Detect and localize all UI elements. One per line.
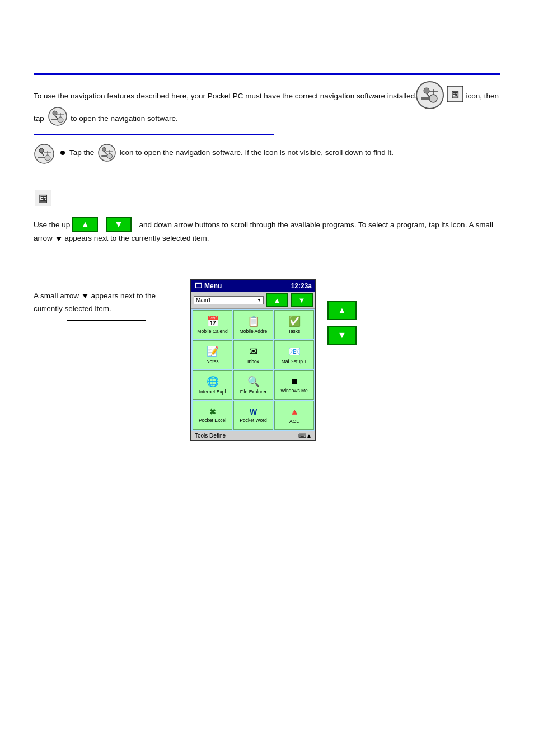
pda-label-mobile-address: Mobile Addre — [240, 328, 268, 334]
pda-dropdown[interactable]: Main1 ▼ — [194, 296, 264, 304]
pda-label-tasks: Tasks — [288, 328, 301, 334]
pointer-line — [67, 320, 146, 321]
pda-icon-pocket-word: W — [250, 407, 257, 416]
svg-text:国: 国 — [451, 91, 459, 99]
pda-titlebar-left: 🗔 Menu — [195, 281, 222, 290]
annotation-text: A small arrow appears next to the curren… — [34, 290, 185, 316]
pda-cell-tasks[interactable]: ✅ Tasks — [274, 310, 314, 339]
satellite-icon-inline-1 — [48, 106, 68, 131]
pda-label-mail-setup: Mai Setup T — [282, 359, 307, 364]
pda-screen: 🗔 Menu 12:23a Main1 ▼ 📅 Mobile Ca — [190, 279, 316, 441]
svg-point-24 — [102, 147, 106, 151]
pda-dropdown-value: Main1 — [196, 297, 211, 303]
svg-point-1 — [424, 88, 429, 93]
down-arrow-button[interactable] — [106, 217, 132, 232]
left-annotation: A small arrow appears next to the curren… — [34, 290, 185, 321]
pda-grid: 📅 Mobile Calend 📋 Mobile Addre ✅ Tasks 📝… — [191, 309, 315, 431]
pda-down-button[interactable] — [291, 293, 313, 307]
pda-toolbar: Main1 ▼ — [191, 292, 315, 309]
svg-point-27 — [107, 153, 113, 158]
pda-titlebar: 🗔 Menu 12:23a — [191, 280, 315, 292]
right-up-arrow-button[interactable] — [327, 301, 357, 320]
pda-icon-mobile-calendar: 📅 — [207, 315, 219, 327]
pda-status-right: ⌨▲ — [298, 433, 312, 439]
pda-icon-inbox: ✉ — [249, 345, 257, 358]
pda-label-pocket-excel: Pocket Excel — [199, 417, 226, 423]
pda-label-windows-media: Windows Me — [280, 388, 308, 393]
pda-status-left: Tools Define — [195, 433, 226, 439]
svg-point-20 — [45, 155, 50, 161]
right-down-arrow-button[interactable] — [327, 326, 357, 345]
link-rule — [34, 176, 246, 176]
bullet-text: Tap the icon — [69, 143, 394, 162]
satellite-icon-large — [415, 81, 444, 113]
page-container: To use the navigation features described… — [0, 73, 534, 756]
pda-cell-inbox[interactable]: ✉ Inbox — [233, 340, 273, 369]
pda-label-mobile-calendar: Mobile Calend — [197, 328, 227, 334]
pda-icon-file-explorer: 🔍 — [247, 375, 260, 388]
pda-cell-pocket-excel[interactable]: ✖ Pocket Excel — [193, 401, 232, 430]
pda-icon-tasks: ✅ — [288, 315, 301, 327]
svg-point-0 — [416, 82, 443, 109]
pda-icon-mail-setup: 📧 — [288, 345, 301, 358]
svg-point-17 — [39, 148, 44, 153]
satellite-icon-section2 — [34, 143, 55, 168]
pda-icon-notes: 📝 — [207, 345, 219, 358]
pda-statusbar: Tools Define ⌨▲ — [191, 431, 315, 440]
pda-cell-internet-explorer[interactable]: 🌐 Internet Expl — [193, 370, 232, 400]
pda-label-pocket-word: Pocket Word — [240, 417, 267, 423]
pda-label-inbox: Inbox — [247, 359, 259, 364]
pda-title-text: Menu — [204, 282, 222, 290]
device-area: A small arrow appears next to the curren… — [34, 279, 500, 441]
pda-icon-windows-media: ⏺ — [290, 377, 299, 387]
pda-right-arrows — [327, 279, 362, 345]
annotation-arrow — [82, 294, 88, 298]
wince-icon-section3: 国 — [35, 190, 51, 211]
pda-cell-pocket-word[interactable]: W Pocket Word — [233, 401, 273, 430]
pda-label-internet-explorer: Internet Expl — [199, 389, 226, 395]
svg-point-4 — [429, 95, 437, 102]
svg-point-16 — [35, 144, 54, 163]
pda-cell-mail-setup[interactable]: 📧 Mai Setup T — [274, 340, 314, 369]
svg-text:国: 国 — [39, 194, 48, 204]
pda-cell-windows-media[interactable]: ⏺ Windows Me — [274, 370, 314, 400]
pda-label-aol: AOL — [289, 419, 299, 424]
pda-icon-aol: 🔺 — [289, 407, 300, 417]
up-arrow-button[interactable] — [72, 217, 98, 232]
pda-cell-file-explorer[interactable]: 🔍 File Explorer — [233, 370, 273, 400]
pda-icon-pocket-excel: ✖ — [209, 407, 216, 416]
svg-point-23 — [99, 144, 115, 161]
section3: 国 Use the up and down arrow buttons to s… — [34, 184, 500, 256]
svg-point-10 — [53, 111, 57, 115]
pda-cell-aol[interactable]: 🔺 AOL — [274, 401, 314, 430]
pda-dropdown-arrow: ▼ — [257, 298, 261, 303]
wince-icon-inline: 国 — [447, 86, 463, 106]
pda-cell-mobile-address[interactable]: 📋 Mobile Addre — [233, 310, 273, 339]
pda-cell-notes[interactable]: 📝 Notes — [193, 340, 232, 369]
pda-label-file-explorer: File Explorer — [240, 389, 267, 395]
pda-icon-mobile-address: 📋 — [247, 315, 260, 327]
section1: To use the navigation features described… — [34, 75, 500, 262]
pda-up-button[interactable] — [266, 293, 288, 307]
pda-title-icon: 🗔 — [195, 281, 202, 290]
pda-icon-internet-explorer: 🌐 — [207, 375, 219, 388]
mid-rule — [34, 134, 274, 135]
pda-time: 12:23a — [291, 282, 312, 290]
pda-cell-mobile-calendar[interactable]: 📅 Mobile Calend — [193, 310, 232, 339]
small-arrow-indicator — [56, 237, 62, 241]
satellite-icon-inline-2 — [97, 143, 116, 162]
pda-label-notes: Notes — [206, 359, 218, 364]
section3-para: Use the up and down arrow buttons to scr… — [34, 217, 500, 245]
svg-point-13 — [58, 117, 63, 123]
svg-point-9 — [49, 107, 67, 125]
